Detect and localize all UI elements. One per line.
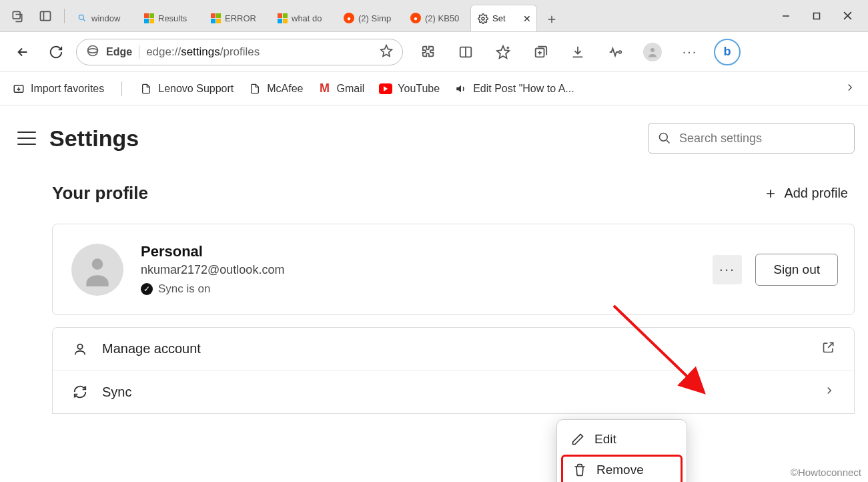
profile-avatar-icon[interactable] bbox=[639, 39, 666, 65]
tab-reddit-simp[interactable]: ● (2) Simp bbox=[337, 5, 404, 31]
svg-rect-4 bbox=[814, 13, 820, 19]
svg-point-5 bbox=[88, 45, 98, 55]
tab-settings-active[interactable]: Set ✕ bbox=[470, 5, 537, 31]
favorites-icon[interactable] bbox=[490, 39, 516, 65]
more-menu-icon[interactable]: ··· bbox=[677, 39, 703, 65]
sign-out-button[interactable]: Sign out bbox=[755, 254, 838, 286]
profile-more-button[interactable]: ··· bbox=[713, 255, 742, 284]
tab-label: window bbox=[91, 13, 133, 23]
titlebar: window Results ERROR what do ● (2) Simp … bbox=[0, 0, 868, 32]
profile-card: Personal nkumar2172@outlook.com ✓ Sync i… bbox=[52, 224, 855, 315]
collections-icon[interactable] bbox=[527, 39, 554, 65]
settings-menu-icon[interactable] bbox=[17, 132, 36, 145]
reddit-icon: ● bbox=[344, 13, 354, 23]
addr-url: edge://settings/profiles bbox=[146, 45, 373, 59]
microsoft-icon bbox=[277, 13, 288, 23]
tab-label: (2) Simp bbox=[358, 13, 400, 23]
search-icon bbox=[658, 132, 671, 145]
person-icon bbox=[71, 342, 89, 356]
bookmark-youtube[interactable]: YouTube bbox=[379, 82, 440, 95]
window-minimize-button[interactable] bbox=[771, 4, 801, 28]
settings-title: Settings bbox=[49, 126, 139, 152]
tab-label: ERROR bbox=[225, 13, 266, 23]
import-icon bbox=[12, 82, 25, 95]
settings-content: Settings Search settings Your profile Ad… bbox=[0, 105, 868, 414]
bookmark-gmail[interactable]: M Gmail bbox=[318, 82, 365, 95]
check-icon: ✓ bbox=[141, 283, 153, 295]
tab-error[interactable]: ERROR bbox=[203, 5, 270, 31]
tab-actions-icon[interactable] bbox=[5, 4, 29, 28]
svg-rect-1 bbox=[41, 11, 51, 20]
tab-label: what do bbox=[292, 13, 333, 23]
profile-name: Personal bbox=[141, 243, 284, 260]
svg-point-11 bbox=[660, 134, 668, 142]
watermark: ©Howtoconnect bbox=[791, 467, 861, 478]
bookmarks-bar: Import favorites Lenovo Support McAfee M… bbox=[0, 72, 868, 105]
pencil-icon bbox=[570, 433, 585, 446]
section-title: Your profile bbox=[52, 183, 148, 204]
external-link-icon bbox=[822, 340, 835, 357]
new-tab-button[interactable] bbox=[540, 7, 564, 31]
close-tab-icon[interactable]: ✕ bbox=[522, 13, 532, 24]
tab-strip: window Results ERROR what do ● (2) Simp … bbox=[70, 0, 771, 31]
vertical-tabs-icon[interactable] bbox=[33, 4, 57, 28]
tab-results[interactable]: Results bbox=[137, 5, 203, 31]
window-maximize-button[interactable] bbox=[801, 4, 832, 28]
svg-point-3 bbox=[482, 17, 484, 20]
doc-icon bbox=[139, 82, 153, 95]
microsoft-icon bbox=[143, 13, 154, 23]
addr-prefix: Edge bbox=[106, 46, 132, 58]
toolbar: Edge edge://settings/profiles ··· b bbox=[0, 32, 868, 72]
sync-status: Sync is on bbox=[158, 282, 210, 296]
tab-reddit-kb[interactable]: ● (2) KB50 bbox=[404, 5, 470, 31]
avatar-icon bbox=[71, 244, 123, 296]
tab-label: Results bbox=[158, 13, 199, 23]
refresh-button[interactable] bbox=[43, 39, 69, 65]
add-profile-button[interactable]: Add profile bbox=[764, 186, 855, 201]
bookmark-mcafee[interactable]: McAfee bbox=[248, 82, 303, 95]
svg-point-8 bbox=[619, 51, 622, 53]
youtube-icon bbox=[379, 82, 392, 95]
import-favorites-button[interactable]: Import favorites bbox=[12, 82, 104, 95]
svg-point-12 bbox=[92, 258, 103, 270]
downloads-icon[interactable] bbox=[564, 39, 591, 65]
bookmark-editpost[interactable]: Edit Post "How to A... bbox=[454, 82, 574, 95]
extensions-icon[interactable] bbox=[415, 39, 442, 65]
bookmark-lenovo[interactable]: Lenovo Support bbox=[139, 82, 234, 95]
reddit-icon: ● bbox=[410, 13, 421, 23]
manage-account-item[interactable]: Manage account bbox=[53, 328, 854, 371]
favorite-star-icon[interactable] bbox=[380, 44, 393, 60]
window-close-button[interactable] bbox=[832, 4, 863, 28]
search-settings-input[interactable]: Search settings bbox=[648, 123, 855, 154]
performance-icon[interactable] bbox=[602, 39, 628, 65]
tab-window-search[interactable]: window bbox=[70, 5, 137, 31]
back-button[interactable] bbox=[9, 39, 36, 65]
ctx-remove[interactable]: Remove bbox=[561, 455, 683, 482]
tab-label: Set bbox=[492, 13, 518, 23]
svg-point-13 bbox=[77, 344, 82, 348]
search-icon bbox=[77, 13, 87, 23]
edge-logo-icon bbox=[86, 44, 99, 60]
plus-icon bbox=[764, 187, 777, 200]
svg-rect-0 bbox=[13, 11, 20, 19]
sync-icon bbox=[71, 385, 89, 399]
address-bar[interactable]: Edge edge://settings/profiles bbox=[76, 39, 403, 65]
profile-email: nkumar2172@outlook.com bbox=[141, 263, 284, 277]
svg-point-2 bbox=[79, 15, 83, 19]
speaker-icon bbox=[454, 82, 468, 95]
ctx-edit[interactable]: Edit bbox=[561, 424, 683, 455]
gmail-icon: M bbox=[318, 82, 332, 95]
bookmarks-overflow-icon[interactable] bbox=[844, 81, 856, 96]
tab-whatdo[interactable]: what do bbox=[270, 5, 337, 31]
split-screen-icon[interactable] bbox=[452, 39, 479, 65]
sync-item[interactable]: Sync bbox=[53, 371, 854, 413]
profile-settings-list: Manage account Sync bbox=[52, 327, 855, 414]
svg-point-9 bbox=[650, 48, 655, 52]
gear-icon bbox=[478, 13, 488, 24]
doc-icon bbox=[248, 82, 262, 95]
bing-chat-icon[interactable]: b bbox=[714, 39, 741, 65]
trash-icon bbox=[572, 463, 587, 477]
chevron-right-icon bbox=[823, 385, 835, 400]
tab-label: (2) KB50 bbox=[425, 13, 466, 23]
profile-context-menu: Edit Remove bbox=[556, 419, 687, 482]
